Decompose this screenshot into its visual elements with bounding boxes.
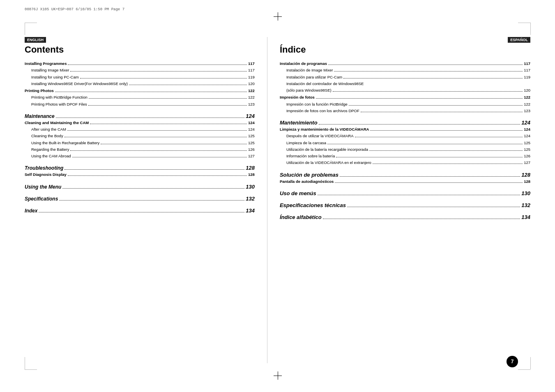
toc-page: 128 <box>246 165 255 171</box>
toc-page: 128 <box>248 172 255 178</box>
section-header-indice-alfabetico: Índice alfabético 134 <box>280 214 530 220</box>
toc-entry: Impresión de fotos con los archivos DPOF… <box>280 108 530 114</box>
toc-entry: Instalación de Image Mixer 117 <box>280 67 530 73</box>
toc-dots <box>129 85 247 85</box>
toc-label: Instalación de Image Mixer <box>286 67 333 73</box>
toc-entry: Utilización de la VIDEOCÁMARA en el extr… <box>280 160 530 166</box>
toc-entry: Utilización de la batería recargable inc… <box>280 147 530 152</box>
toc-page: 126 <box>248 147 255 152</box>
toc-dots <box>370 130 523 131</box>
toc-page: 125 <box>248 133 255 139</box>
toc-page: 128 <box>524 179 530 184</box>
toc-dots <box>373 164 523 164</box>
section-header-uso-menus: Uso de menús 130 <box>280 190 530 196</box>
toc-entry: Limpieza de la carcasa 125 <box>280 140 530 146</box>
toc-page: 124 <box>248 120 255 126</box>
toc-label: Limpieza de la carcasa <box>286 140 326 146</box>
spanish-title: Índice <box>280 44 530 55</box>
toc-label: After using the CAM <box>31 127 66 132</box>
toc-label: Instalación de programas <box>280 61 327 67</box>
toc-entry: Printing Photos with DPOF Files 123 <box>25 101 255 107</box>
toc-dots <box>88 105 247 106</box>
toc-entry: Cleaning the Body 125 <box>25 133 255 139</box>
toc-label: Installing Windows98SE Driver(For Window… <box>31 81 128 87</box>
page-container: 00876J X105 UK+ESP~007 6/10/05 1:50 PM P… <box>0 0 555 392</box>
toc-page: 117 <box>248 61 255 67</box>
toc-entry: Installing Programmes 117 <box>25 61 255 67</box>
toc-dots <box>90 124 247 124</box>
toc-label: Utilización de la VIDEOCÁMARA en el extr… <box>286 160 371 166</box>
crosshair-bottom <box>274 371 282 380</box>
toc-dots <box>39 212 244 212</box>
toc-page: 124 <box>246 113 255 119</box>
toc-dots <box>70 71 247 71</box>
toc-dots <box>316 98 523 99</box>
toc-entry: Printing Photos 122 <box>25 88 255 94</box>
toc-page: 122 <box>248 88 255 94</box>
toc-entry: Installing Image Mixer 117 <box>25 67 255 73</box>
toc-label: Index <box>25 208 37 214</box>
toc-label: Impresión de fotos <box>280 95 315 100</box>
toc-page: 125 <box>524 147 530 152</box>
toc-label: Installing for using PC-Cam <box>31 74 79 80</box>
toc-dots <box>62 188 244 189</box>
toc-page: 122 <box>248 95 255 100</box>
toc-label: Cleaning and Maintaining the CAM <box>25 120 89 126</box>
toc-page: 132 <box>246 196 255 202</box>
toc-entry: Impresión con la función PictBridge 122 <box>280 101 530 107</box>
toc-label: Installing Programmes <box>25 61 67 67</box>
toc-label: Uso de menús <box>280 190 316 196</box>
section-header-menu: Using the Menu 130 <box>25 184 255 190</box>
margin-line <box>530 23 531 35</box>
toc-page: 123 <box>248 101 255 107</box>
page-number: 7 <box>507 356 518 367</box>
toc-page: 134 <box>521 214 530 220</box>
margin-line <box>25 369 37 370</box>
section-header-index: Index 134 <box>25 208 255 214</box>
toc-label: Regarding the Battery <box>31 147 69 152</box>
toc-page: 122 <box>524 95 530 100</box>
toc-label: Printing Photos <box>25 88 54 94</box>
toc-label: Instalación para utilizar PC-Cam <box>286 74 342 80</box>
toc-page: 117 <box>524 67 530 73</box>
toc-page: 124 <box>521 120 530 126</box>
toc-page: 130 <box>246 184 255 190</box>
toc-dots <box>349 105 523 106</box>
toc-dots <box>101 144 247 144</box>
toc-dots <box>64 169 244 170</box>
toc-dots <box>55 92 247 92</box>
toc-dots <box>369 150 523 151</box>
toc-entry: Installing Windows98SE Driver(For Window… <box>25 81 255 87</box>
toc-label: Información sobre la batería <box>286 153 335 159</box>
margin-line <box>25 357 25 369</box>
margin-line <box>25 23 25 35</box>
toc-entry: Después de utilizar la VIDEOCÁMARA 124 <box>280 133 530 139</box>
toc-page: 127 <box>524 160 530 166</box>
toc-dots <box>70 150 247 151</box>
toc-page: 130 <box>521 190 530 196</box>
toc-dots <box>347 207 520 207</box>
toc-dots <box>333 91 523 92</box>
toc-label: Instalación del controlador de Windows98… <box>286 81 364 87</box>
toc-entry: Información sobre la batería 126 <box>280 153 530 159</box>
section-header-specifications: Specifications 132 <box>25 196 255 202</box>
toc-page: 122 <box>524 101 530 107</box>
toc-label: Printing Photos with DPOF Files <box>31 101 87 107</box>
toc-dots <box>319 124 520 125</box>
toc-dots <box>56 118 244 118</box>
toc-entry: Using the CAM Abroad 127 <box>25 153 255 159</box>
toc-dots <box>323 219 520 219</box>
toc-label: Using the Menu <box>25 184 61 190</box>
toc-entry: Regarding the Battery 126 <box>25 147 255 152</box>
section-header-especificaciones: Especificaciones técnicas 132 <box>280 202 530 208</box>
section-header-troubleshooting: Troubleshooting 128 <box>25 165 255 171</box>
toc-dots <box>361 112 523 112</box>
toc-dots <box>328 65 523 65</box>
toc-entry: Cleaning and Maintaining the CAM 124 <box>25 120 255 126</box>
section-header-mantenimiento: Mantenimiento 124 <box>280 120 530 126</box>
toc-dots <box>340 176 520 177</box>
toc-dots <box>89 98 247 99</box>
toc-page: 124 <box>524 133 530 139</box>
toc-page: 117 <box>248 67 255 73</box>
toc-dots <box>64 137 247 137</box>
